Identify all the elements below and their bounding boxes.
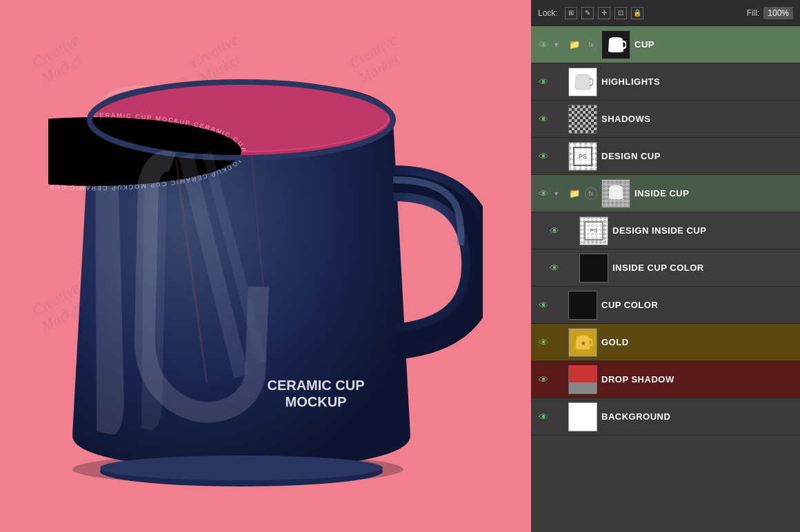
layer-cup-color[interactable]: 👁 ▾ CUP COLOR xyxy=(531,287,800,324)
thumbnail-inside-cup-color xyxy=(579,254,608,283)
fill-label: Fill: xyxy=(747,8,760,18)
layer-background-label: BACKGROUND xyxy=(601,411,794,422)
lock-icons: ⊞ ✎ ✛ ⊡ 🔒 xyxy=(565,7,643,19)
layer-cup-color-label: CUP COLOR xyxy=(601,300,794,310)
folder-icon-inside-cup: 📁 xyxy=(568,187,581,200)
eye-icon-design-inside[interactable]: 👁 xyxy=(548,224,561,238)
eye-icon-cup-color[interactable]: 👁 xyxy=(537,298,550,312)
eye-icon-background[interactable]: 👁 xyxy=(537,410,550,424)
folder-icon-cup: 📁 xyxy=(568,39,581,51)
lock-crop-icon[interactable]: ⊡ xyxy=(614,7,627,19)
layer-design-inside-label: DESIGN INSIDE CUP xyxy=(612,225,794,236)
layer-shadows-label: SHADOWS xyxy=(601,114,794,124)
lock-brush-icon[interactable]: ✎ xyxy=(581,7,594,19)
eye-icon-gold[interactable]: 👁 xyxy=(537,336,550,349)
layers-panel: Lock: ⊞ ✎ ✛ ⊡ 🔒 Fill: 100% 👁 ▾ 📁 fx xyxy=(531,0,800,532)
thumbnail-highlights xyxy=(568,68,597,96)
layer-design-inside-cup[interactable]: 👁 ▾ PS DESIGN INSIDE CUP xyxy=(531,212,800,249)
mug-svg: CERAMIC CUP MOCKUP CERAMIC CUP MOCKUP CE… xyxy=(48,45,483,487)
toolbar: Lock: ⊞ ✎ ✛ ⊡ 🔒 Fill: 100% xyxy=(531,0,800,26)
layers-list[interactable]: 👁 ▾ 📁 fx CUP 👁 ▾ HIG xyxy=(531,26,800,532)
thumbnail-inside-cup xyxy=(601,179,630,208)
layer-highlights-label: HIGHLIGHTS xyxy=(601,76,794,87)
svg-text:★: ★ xyxy=(581,339,586,346)
thumbnail-design-cup: PS xyxy=(568,142,597,171)
chevron-cup[interactable]: ▾ xyxy=(554,41,564,48)
thumbnail-shadows xyxy=(568,105,597,134)
layer-inside-cup[interactable]: 👁 ▾ 📁 fx INSIDE CUP xyxy=(531,175,800,212)
cup-label-line2: MOCKUP xyxy=(286,394,347,409)
layer-shadows[interactable]: 👁 ▾ SHADOWS xyxy=(531,101,800,138)
layer-cup-label: CUP xyxy=(634,39,794,50)
lock-padlock-icon[interactable]: 🔒 xyxy=(631,7,643,19)
thumbnail-design-inside: PS xyxy=(579,216,608,245)
fx-icon-cup: fx xyxy=(585,39,597,51)
chevron-inside-cup[interactable]: ▾ xyxy=(554,190,564,197)
layer-highlights[interactable]: 👁 ▾ HIGHLIGHTS xyxy=(531,63,800,101)
eye-icon-shadows[interactable]: 👁 xyxy=(537,112,550,126)
layer-design-cup[interactable]: 👁 ▾ PS DESIGN CUP xyxy=(531,138,800,175)
layer-background[interactable]: 👁 ▾ BACKGROUND xyxy=(531,398,800,436)
fx-icon-inside-cup: fx xyxy=(585,187,597,200)
eye-icon-inside-color[interactable]: 👁 xyxy=(548,261,561,275)
lock-move-icon[interactable]: ✛ xyxy=(598,7,610,19)
eye-icon-cup[interactable]: 👁 xyxy=(537,38,550,52)
layer-design-cup-label: DESIGN CUP xyxy=(601,151,794,161)
cup-base-top xyxy=(100,456,383,480)
layer-gold-label: GOLD xyxy=(601,337,794,347)
layer-drop-shadow-label: DROP SHADOW xyxy=(601,374,794,385)
layer-inside-cup-color[interactable]: 👁 ▾ INSIDE CUP COLOR xyxy=(531,249,800,287)
eye-icon-drop-shadow[interactable]: 👁 xyxy=(537,373,550,387)
eye-icon-highlights[interactable]: 👁 xyxy=(537,75,550,89)
layer-drop-shadow[interactable]: 👁 ▾ DROP SHADOW xyxy=(531,361,800,398)
thumbnail-cup xyxy=(601,30,630,59)
fill-section: Fill: 100% xyxy=(747,7,793,19)
layer-cup[interactable]: 👁 ▾ 📁 fx CUP xyxy=(531,26,800,63)
layer-inside-cup-label: INSIDE CUP xyxy=(634,188,794,198)
thumbnail-cup-color xyxy=(568,291,597,320)
eye-icon-design-cup[interactable]: 👁 xyxy=(537,150,550,163)
thumbnail-drop-shadow xyxy=(568,365,597,394)
lock-grid-icon[interactable]: ⊞ xyxy=(565,7,577,19)
cup-label-line1: CERAMIC CUP xyxy=(267,378,364,393)
layer-gold[interactable]: 👁 ▾ ★ GOLD xyxy=(531,324,800,361)
fill-value: 100% xyxy=(763,7,793,19)
preview-area: CreativeMarket CreativeMarket CreativeMa… xyxy=(0,0,531,532)
lock-label: Lock: xyxy=(538,8,558,18)
thumbnail-background xyxy=(568,402,597,431)
thumbnail-gold: ★ xyxy=(568,328,597,357)
eye-icon-inside-cup[interactable]: 👁 xyxy=(537,187,550,201)
layer-inside-cup-color-label: INSIDE CUP COLOR xyxy=(612,263,794,273)
